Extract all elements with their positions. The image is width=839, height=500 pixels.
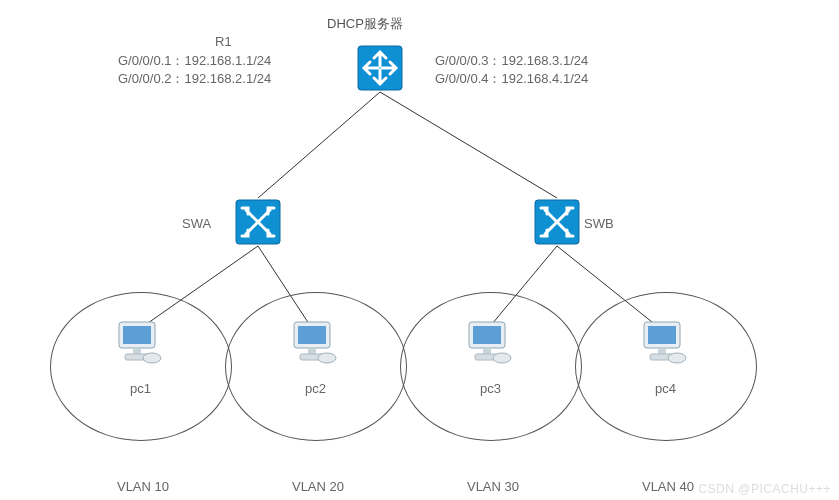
vlan-name: VLAN 20: [263, 478, 373, 496]
svg-rect-15: [298, 326, 326, 344]
pc-icon: [283, 320, 343, 375]
router-name-label: R1: [215, 33, 232, 51]
svg-rect-11: [133, 348, 141, 354]
switch-left-icon: [234, 198, 282, 246]
router-icon: [356, 44, 404, 92]
vlan-name: VLAN 30: [438, 478, 548, 496]
switch-right-icon: [533, 198, 581, 246]
svg-point-13: [143, 353, 161, 363]
svg-line-0: [258, 92, 380, 198]
vlan-name: VLAN 10: [88, 478, 198, 496]
router-title-label: DHCP服务器: [327, 15, 403, 33]
pc-name: pc1: [130, 380, 151, 398]
svg-rect-20: [473, 326, 501, 344]
svg-point-28: [668, 353, 686, 363]
vlan-label: VLAN 20 192.168.2.0/24: [263, 442, 373, 500]
pc-icon: [108, 320, 168, 375]
pc-icon: [633, 320, 693, 375]
pc-name: pc3: [480, 380, 501, 398]
pc-name: pc4: [655, 380, 676, 398]
svg-line-1: [380, 92, 557, 198]
svg-rect-10: [123, 326, 151, 344]
pc-name: pc2: [305, 380, 326, 398]
svg-rect-25: [648, 326, 676, 344]
pc-icon: [458, 320, 518, 375]
svg-rect-21: [483, 348, 491, 354]
svg-rect-16: [308, 348, 316, 354]
switch-right-name: SWB: [584, 215, 614, 233]
watermark: CSDN @PICACHU+++: [698, 482, 831, 496]
router-right-config: G/0/0/0.3：192.168.3.1/24 G/0/0/0.4：192.1…: [435, 52, 588, 88]
router-left-config: G/0/0/0.1：192.168.1.1/24 G/0/0/0.2：192.1…: [118, 52, 271, 88]
svg-point-23: [493, 353, 511, 363]
switch-left-name: SWA: [182, 215, 211, 233]
svg-rect-26: [658, 348, 666, 354]
vlan-label: VLAN 10 192.168.1.0/24: [88, 442, 198, 500]
vlan-label: VLAN 30 192.168.3.0/24: [438, 442, 548, 500]
svg-point-18: [318, 353, 336, 363]
